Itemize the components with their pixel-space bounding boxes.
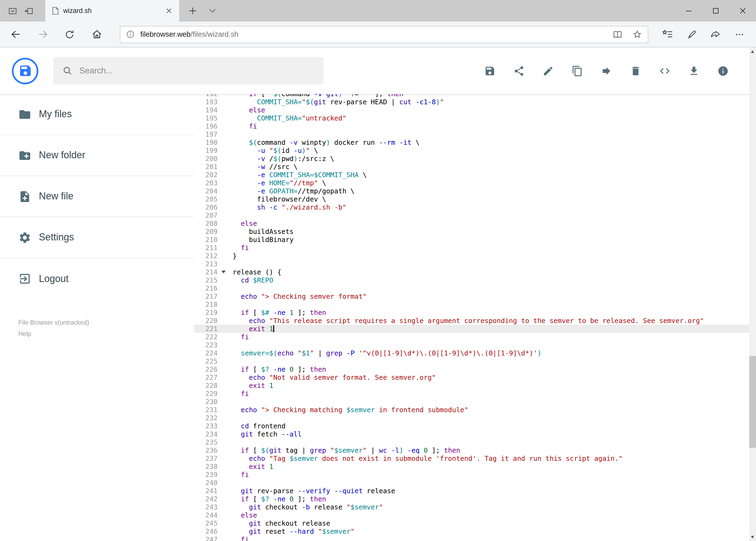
- scroll-up-arrow[interactable]: [749, 48, 756, 56]
- code-line[interactable]: 239 fi: [194, 470, 756, 479]
- code-line[interactable]: 219 if [ $# -ne 1 ]; then: [194, 308, 756, 316]
- code-line[interactable]: 235: [194, 438, 756, 446]
- minimize-button[interactable]: [675, 0, 702, 22]
- favorites-hub-button[interactable]: [657, 24, 679, 45]
- code-line[interactable]: 202 -e COMMIT_SHA=$COMMIT_SHA \: [194, 171, 756, 179]
- code-line[interactable]: 246 git reset --hard "$semver": [194, 527, 756, 535]
- move-button[interactable]: [596, 61, 617, 81]
- code-line[interactable]: 216: [194, 284, 756, 292]
- fold-open-icon[interactable]: [221, 270, 226, 273]
- code-line[interactable]: 199 -u "$(id -u)" \: [194, 146, 756, 155]
- favorite-star-button[interactable]: [632, 26, 642, 42]
- browser-tab[interactable]: wizard.sh: [45, 0, 179, 22]
- help-link[interactable]: Help: [18, 329, 194, 339]
- rename-button[interactable]: [538, 61, 559, 81]
- info-button[interactable]: [713, 61, 733, 81]
- refresh-button[interactable]: [58, 24, 81, 45]
- code-line[interactable]: 193 COMMIT_SHA="$(git rev-parse HEAD | c…: [194, 98, 756, 106]
- code-line[interactable]: 228 exit 1: [194, 381, 756, 389]
- save-button[interactable]: [480, 61, 500, 81]
- code-line[interactable]: 234 git fetch --all: [194, 430, 756, 438]
- code-line[interactable]: 209 buildAssets: [194, 228, 756, 236]
- code-line[interactable]: 197: [194, 130, 756, 138]
- sidebar-item-new-folder[interactable]: New folder: [0, 135, 194, 176]
- code-line[interactable]: 206 sh -c "./wizard.sh -b": [194, 203, 756, 211]
- code-line[interactable]: 224 semver=$(echo "$1" | grep -P '^v(0|[…: [194, 349, 756, 357]
- tabs-preview-button[interactable]: [4, 0, 21, 22]
- code-line[interactable]: 196 fi: [194, 122, 756, 130]
- site-info-icon[interactable]: [126, 30, 135, 39]
- code-line[interactable]: 205 filebrowser/dev \: [194, 195, 756, 203]
- new-tab-button[interactable]: [185, 0, 201, 22]
- code-line[interactable]: 204 -e GOPATH=//tmp/gopath \: [194, 187, 756, 195]
- code-line[interactable]: 214release () {: [194, 268, 756, 276]
- address-bar[interactable]: filebrowser.web/files/wizard.sh: [120, 26, 648, 43]
- code-line[interactable]: 208 else: [194, 219, 756, 228]
- tab-list-button[interactable]: [204, 0, 220, 22]
- code-line[interactable]: 237 echo "Tag $semver does not exist in …: [194, 454, 756, 462]
- set-tabs-aside-button[interactable]: [21, 0, 37, 22]
- code-line[interactable]: 218: [194, 300, 756, 308]
- code-line[interactable]: 245 git checkout release: [194, 519, 756, 527]
- code-line[interactable]: 226 if [ $? -ne 0 ]; then: [194, 365, 756, 373]
- web-note-button[interactable]: [680, 24, 703, 45]
- code-line[interactable]: 233 cd frontend: [194, 422, 756, 430]
- raw-code-button[interactable]: [654, 61, 675, 81]
- code-line[interactable]: 207: [194, 211, 756, 219]
- code-line[interactable]: 241 git rev-parse --verify --quiet relea…: [194, 487, 756, 495]
- tab-close-icon[interactable]: [164, 6, 174, 16]
- scrollbar-thumb[interactable]: [749, 356, 756, 448]
- code-line[interactable]: 220 echo "This release script requires a…: [194, 316, 756, 325]
- code-line[interactable]: 221 exit 1: [194, 325, 756, 333]
- reading-view-button[interactable]: [612, 26, 623, 42]
- code-editor[interactable]: 192 if [ "$(command -v git)" != "" ]; th…: [194, 94, 756, 541]
- code-line[interactable]: 203 -e HOME="//tmp" \: [194, 179, 756, 187]
- scroll-down-arrow[interactable]: [749, 533, 756, 541]
- sidebar-item-my-files[interactable]: My files: [0, 94, 194, 135]
- code-line[interactable]: 240: [194, 479, 756, 487]
- code-line[interactable]: 211 fi: [194, 244, 756, 252]
- code-line[interactable]: 195 COMMIT_SHA="untracked": [194, 114, 756, 122]
- filebrowser-logo[interactable]: [12, 58, 38, 84]
- copy-button[interactable]: [567, 61, 588, 81]
- download-button[interactable]: [684, 61, 704, 81]
- delete-button[interactable]: [626, 61, 646, 81]
- code-line[interactable]: 242 if [ $? -ne 0 ]; then: [194, 495, 756, 503]
- fold-gutter[interactable]: [219, 268, 233, 276]
- more-button[interactable]: [728, 24, 751, 45]
- code-line[interactable]: 231 echo "> Checking matching $semver in…: [194, 406, 756, 414]
- code-line[interactable]: 244 else: [194, 511, 756, 519]
- sidebar-item-settings[interactable]: Settings: [0, 217, 194, 258]
- sidebar-item-new-file[interactable]: New file: [0, 176, 194, 217]
- code-line[interactable]: 247 fi: [194, 535, 756, 541]
- code-line[interactable]: 201 -w //src \: [194, 163, 756, 171]
- share-file-button[interactable]: [509, 61, 529, 81]
- code-line[interactable]: 236 if [ $(git tag | grep "$semver" | wc…: [194, 446, 756, 454]
- search-box[interactable]: [54, 57, 323, 84]
- code-line[interactable]: 213: [194, 260, 756, 268]
- code-line[interactable]: 198 $(command -v winpty) docker run --rm…: [194, 138, 756, 146]
- code-line[interactable]: 215 cd $REPO: [194, 276, 756, 284]
- code-line[interactable]: 230: [194, 397, 756, 406]
- code-line[interactable]: 200 -v /$(pwd):/src:z \: [194, 155, 756, 163]
- maximize-button[interactable]: [702, 0, 729, 22]
- search-input[interactable]: [79, 66, 315, 76]
- code-line[interactable]: 227 echo "Not valid semver format. See s…: [194, 373, 756, 381]
- share-button[interactable]: [704, 24, 727, 45]
- code-line[interactable]: 210 buildBinary: [194, 236, 756, 244]
- close-button[interactable]: [729, 0, 756, 22]
- code-line[interactable]: 243 git checkout -b release "$semver": [194, 503, 756, 511]
- code-line[interactable]: 232: [194, 414, 756, 422]
- code-line[interactable]: 192 if [ "$(command -v git)" != "" ]; th…: [194, 94, 756, 98]
- back-button[interactable]: [4, 24, 27, 45]
- code-line[interactable]: 222 fi: [194, 333, 756, 341]
- code-line[interactable]: 217 echo "> Checking semver format": [194, 292, 756, 300]
- home-button[interactable]: [85, 24, 108, 45]
- code-line[interactable]: 229 fi: [194, 389, 756, 397]
- forward-button[interactable]: [31, 24, 54, 45]
- code-line[interactable]: 194 else: [194, 106, 756, 114]
- page-scrollbar[interactable]: [749, 48, 756, 541]
- code-line[interactable]: 225: [194, 357, 756, 365]
- code-line[interactable]: 212}: [194, 252, 756, 260]
- code-line[interactable]: 238 exit 1: [194, 462, 756, 470]
